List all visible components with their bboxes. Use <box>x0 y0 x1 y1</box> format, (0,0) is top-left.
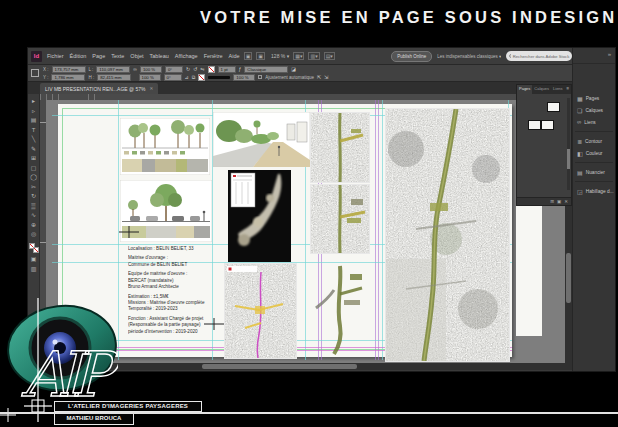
indesign-logo-icon: Id <box>31 51 42 62</box>
menu-affichage[interactable]: Affichage <box>175 53 198 59</box>
effects-icon[interactable]: ƒ <box>239 66 242 72</box>
smooth-tool[interactable]: ∿ <box>31 212 36 218</box>
x-field[interactable]: 173,757 mm <box>52 66 86 73</box>
preview-mode-icon[interactable]: ▥ <box>31 266 37 272</box>
panel-menu-icon[interactable]: ≡ <box>565 85 572 94</box>
rotation-field[interactable]: 0° <box>165 66 183 73</box>
street-section-illustration-1[interactable] <box>120 118 210 175</box>
flip-icon[interactable]: ⇋ <box>200 66 204 72</box>
scissors-tool[interactable]: ✂ <box>31 184 36 190</box>
fit-frame-icon[interactable]: ⇲ <box>324 74 328 80</box>
route-line-drawing[interactable] <box>310 256 368 356</box>
menu-fenetre[interactable]: Fenêtre <box>204 53 223 59</box>
zoom-tool[interactable]: ◎ <box>31 231 36 237</box>
frame-tool[interactable]: ⊞ <box>31 155 36 161</box>
dock-panel-calques[interactable]: ❏ Calques <box>573 104 615 116</box>
arrange-documents-icon[interactable]: ▤▾ <box>324 52 335 60</box>
selection-tool[interactable]: ▸ <box>32 98 35 104</box>
stroke-color-swatch[interactable] <box>208 66 215 73</box>
stroke-preview[interactable] <box>208 76 230 79</box>
menu-page[interactable]: Page <box>92 53 105 59</box>
bridge-icon[interactable]: ▣ <box>244 52 253 60</box>
menu-tableau[interactable]: Tableau <box>150 53 169 59</box>
delete-page-icon[interactable]: ✕ <box>564 199 568 204</box>
dock-panel-liens[interactable]: ∞ Liens <box>573 116 615 128</box>
menu-objet[interactable]: Objet <box>130 53 143 59</box>
page-thumbnail-2[interactable] <box>528 120 541 130</box>
large-aerial-map[interactable] <box>385 108 510 362</box>
direct-selection-tool[interactable]: ▹ <box>32 108 35 114</box>
fit-content-icon[interactable]: ⇱ <box>317 74 321 80</box>
fill-color-swatch[interactable] <box>198 74 205 81</box>
reference-point-proxy-icon[interactable] <box>31 69 39 77</box>
page-tool[interactable]: ▤ <box>31 117 37 123</box>
page-thumbnail-3[interactable] <box>541 120 554 130</box>
type-tool[interactable]: T <box>32 127 36 133</box>
dock-panel-habillage[interactable]: ◲ Habillage d... <box>573 185 615 197</box>
normal-view-icon[interactable]: ▣ <box>31 256 37 262</box>
opacity-field[interactable]: 100 % <box>233 74 255 81</box>
stroke-swatch-icon[interactable] <box>33 247 39 253</box>
corner-options-icon[interactable]: ◪ <box>291 66 296 72</box>
rectangle-tool[interactable]: ▢ <box>31 165 37 171</box>
panel-scrollbar[interactable] <box>567 98 570 190</box>
night-plan-map[interactable] <box>228 170 291 262</box>
menu-aide[interactable]: Aide <box>229 53 240 59</box>
stroke-weight-field[interactable]: 1 pt <box>218 66 236 73</box>
constrain-link-icon[interactable]: ∞ <box>133 66 137 72</box>
tab-close-icon[interactable]: ✕ <box>149 86 153 91</box>
hand-tool[interactable]: ⊕ <box>31 222 36 228</box>
publish-online-button[interactable]: Publish Online <box>391 51 432 62</box>
rotate-ccw-icon[interactable]: ↺ <box>193 66 197 72</box>
ellipse-tool[interactable]: ◯ <box>30 174 37 180</box>
perspective-sketch[interactable] <box>213 112 310 167</box>
dock-panel-couleur[interactable]: ◧ Couleur <box>573 147 615 159</box>
height-field[interactable]: 82,415 mm <box>97 74 131 81</box>
width-field[interactable]: 110,097 mm <box>96 66 130 73</box>
y-field[interactable]: 1,786 mm <box>51 74 85 81</box>
pages-panel-tab-calques[interactable]: Calques <box>532 85 551 94</box>
object-style-dropdown[interactable]: Classique <box>244 66 288 73</box>
fill-stroke-swatches[interactable] <box>29 243 39 253</box>
next-spread-sliver[interactable] <box>516 204 542 336</box>
screen-mode-icon[interactable]: ▥▾ <box>308 52 319 60</box>
pages-panel-tab-liens[interactable]: Liens <box>551 85 565 94</box>
line-tool[interactable]: ╲ <box>32 136 36 142</box>
search-icon <box>509 54 510 59</box>
layers-icon: ❏ <box>577 107 582 114</box>
collapse-dock-icon[interactable]: » <box>608 51 611 57</box>
scale-x-field[interactable]: 100 % <box>140 66 162 73</box>
rotate-tool[interactable]: ↻ <box>31 193 36 199</box>
workspace-switcher[interactable]: Les indispensables classiques ▾ <box>437 54 501 59</box>
dock-panel-pages[interactable]: ▦ Pages <box>573 92 615 104</box>
autofit-checkbox[interactable] <box>258 75 262 79</box>
select-container-icon[interactable]: ⧉ <box>192 74 196 81</box>
aerial-thumbnail-2[interactable] <box>310 184 370 254</box>
new-page-icon[interactable]: ▣ <box>557 199 561 204</box>
gradient-tool[interactable]: ▒ <box>31 203 35 209</box>
scrollbar-corner <box>565 363 572 370</box>
vertical-scroll-thumb[interactable] <box>566 253 571 303</box>
document-tab[interactable]: LIV MB PRESENTATION REN...AGE @ 57% ✕ <box>40 83 158 94</box>
aerial-map-routes[interactable] <box>224 263 297 359</box>
dock-panel-contour[interactable]: ≣ Contour <box>573 135 615 147</box>
aerial-thumbnail-1[interactable] <box>310 112 370 183</box>
dock-panel-nuancier[interactable]: ▤ Nuancier <box>573 166 615 178</box>
pen-tool[interactable]: ✎ <box>31 146 36 152</box>
zoom-level-dropdown[interactable]: 128 % ▾ <box>271 53 289 59</box>
menu-edition[interactable]: Édition <box>70 53 87 59</box>
stock-icon[interactable]: ▣ <box>256 52 265 60</box>
page-thumbnail-1[interactable] <box>547 102 560 112</box>
shear-field[interactable]: 0° <box>164 74 182 81</box>
view-options-icon[interactable]: ▦▾ <box>293 52 304 60</box>
stock-search-input[interactable]: Rechercher dans Adobe Stock <box>506 51 572 61</box>
edit-page-size-icon[interactable]: ⊞ <box>550 199 554 204</box>
scale-y-field[interactable]: 100 % <box>139 74 161 81</box>
rotate-cw-icon[interactable]: ↻ <box>186 66 190 72</box>
menu-texte[interactable]: Texte <box>111 53 124 59</box>
horizontal-scroll-thumb[interactable] <box>202 364 358 369</box>
menu-fichier[interactable]: Fichier <box>47 53 64 59</box>
pages-panel-tab-pages[interactable]: Pages <box>517 85 532 94</box>
document-viewport[interactable]: Localisation : BELIN BELIET, 33 Maitrise… <box>46 100 565 363</box>
horizontal-scrollbar[interactable] <box>46 363 565 370</box>
